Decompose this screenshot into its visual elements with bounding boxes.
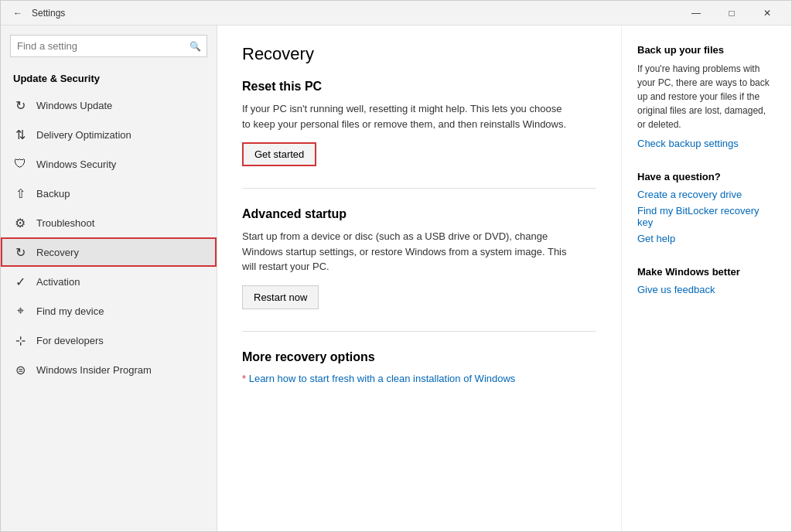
- sidebar-item-label: Find my device: [36, 305, 104, 317]
- sidebar-item-troubleshoot[interactable]: ⚙ Troubleshoot: [1, 208, 217, 237]
- sidebar-item-label: Windows Insider Program: [36, 364, 152, 376]
- search-wrap: 🔍: [10, 35, 207, 57]
- sidebar: 🔍 Update & Security ↻ Windows Update ⇅ D…: [1, 26, 217, 531]
- sidebar-item-delivery-optimization[interactable]: ⇅ Delivery Optimization: [1, 120, 217, 149]
- sidebar-item-activation[interactable]: ✓ Activation: [1, 267, 217, 296]
- give-feedback-link[interactable]: Give us feedback: [637, 284, 776, 295]
- search-input[interactable]: [10, 35, 207, 57]
- backup-files-section: Back up your files If you're having prob…: [637, 44, 776, 149]
- make-better-section: Make Windows better Give us feedback: [637, 266, 776, 295]
- search-icon: 🔍: [189, 41, 201, 52]
- recovery-icon: ↻: [13, 245, 27, 259]
- sidebar-item-windows-security[interactable]: 🛡 Windows Security: [1, 149, 217, 179]
- sidebar-item-windows-update[interactable]: ↻ Windows Update: [1, 90, 217, 120]
- sidebar-item-label: Recovery: [36, 247, 79, 258]
- sidebar-item-recovery[interactable]: ↻ Recovery: [1, 237, 217, 267]
- sidebar-item-find-my-device[interactable]: ⌖ Find my device: [1, 296, 217, 326]
- back-button[interactable]: ←: [7, 2, 29, 24]
- sidebar-item-backup[interactable]: ⇧ Backup: [1, 179, 217, 208]
- minimize-button[interactable]: —: [678, 1, 714, 26]
- right-panel: Back up your files If you're having prob…: [621, 26, 791, 531]
- create-recovery-drive-link[interactable]: Create a recovery drive: [637, 189, 776, 200]
- sidebar-item-label: Backup: [36, 188, 70, 200]
- sidebar-item-label: Delivery Optimization: [36, 129, 131, 141]
- sidebar-item-label: For developers: [36, 335, 104, 346]
- sidebar-item-label: Activation: [36, 276, 80, 288]
- page-title: Recovery: [242, 44, 596, 64]
- sidebar-item-label: Troubleshoot: [36, 217, 94, 229]
- developers-icon: ⊹: [13, 333, 27, 347]
- main-area: 🔍 Update & Security ↻ Windows Update ⇅ D…: [1, 26, 791, 531]
- divider-2: [242, 331, 596, 332]
- find-bitlocker-key-link[interactable]: Find my BitLocker recovery key: [637, 205, 776, 228]
- search-container: 🔍: [10, 35, 207, 57]
- get-help-link[interactable]: Get help: [637, 233, 776, 244]
- find-device-icon: ⌖: [13, 304, 27, 318]
- shield-icon: 🛡: [13, 157, 27, 171]
- reset-pc-section: Reset this PC If your PC isn't running w…: [242, 80, 596, 166]
- titlebar: ← Settings — □ ✕: [1, 1, 791, 26]
- sidebar-item-for-developers[interactable]: ⊹ For developers: [1, 326, 217, 355]
- advanced-startup-desc: Start up from a device or disc (such as …: [242, 229, 567, 275]
- backup-files-desc: If you're having problems with your PC, …: [637, 62, 776, 131]
- clean-install-link[interactable]: Learn how to start fresh with a clean in…: [242, 373, 515, 384]
- settings-window: ← Settings — □ ✕ 🔍 Update & Security ↻ W…: [0, 0, 792, 532]
- advanced-startup-title: Advanced startup: [242, 207, 596, 221]
- reset-pc-desc: If your PC isn't running well, resetting…: [242, 101, 567, 131]
- delivery-optimization-icon: ⇅: [13, 128, 27, 142]
- more-recovery-section: More recovery options Learn how to start…: [242, 350, 596, 384]
- window-controls: — □ ✕: [678, 1, 785, 26]
- close-button[interactable]: ✕: [749, 1, 785, 26]
- window-title: Settings: [29, 8, 678, 19]
- have-question-title: Have a question?: [637, 171, 776, 182]
- main-content: Recovery Reset this PC If your PC isn't …: [217, 26, 621, 531]
- advanced-startup-section: Advanced startup Start up from a device …: [242, 207, 596, 309]
- sidebar-item-label: Windows Update: [36, 100, 112, 111]
- troubleshoot-icon: ⚙: [13, 216, 27, 230]
- more-recovery-title: More recovery options: [242, 350, 596, 364]
- sidebar-item-label: Windows Security: [36, 159, 116, 170]
- restart-now-button[interactable]: Restart now: [242, 285, 319, 309]
- have-question-section: Have a question? Create a recovery drive…: [637, 171, 776, 244]
- sidebar-item-windows-insider[interactable]: ⊜ Windows Insider Program: [1, 355, 217, 384]
- windows-update-icon: ↻: [13, 98, 27, 112]
- make-better-title: Make Windows better: [637, 266, 776, 278]
- insider-icon: ⊜: [13, 363, 27, 377]
- divider-1: [242, 188, 596, 189]
- reset-pc-title: Reset this PC: [242, 80, 596, 94]
- activation-icon: ✓: [13, 275, 27, 288]
- backup-files-title: Back up your files: [637, 44, 776, 56]
- check-backup-settings-link[interactable]: Check backup settings: [637, 138, 776, 149]
- get-started-button[interactable]: Get started: [242, 142, 316, 166]
- sidebar-section-title: Update & Security: [1, 66, 217, 90]
- backup-icon: ⇧: [13, 186, 27, 200]
- maximize-button[interactable]: □: [714, 1, 749, 26]
